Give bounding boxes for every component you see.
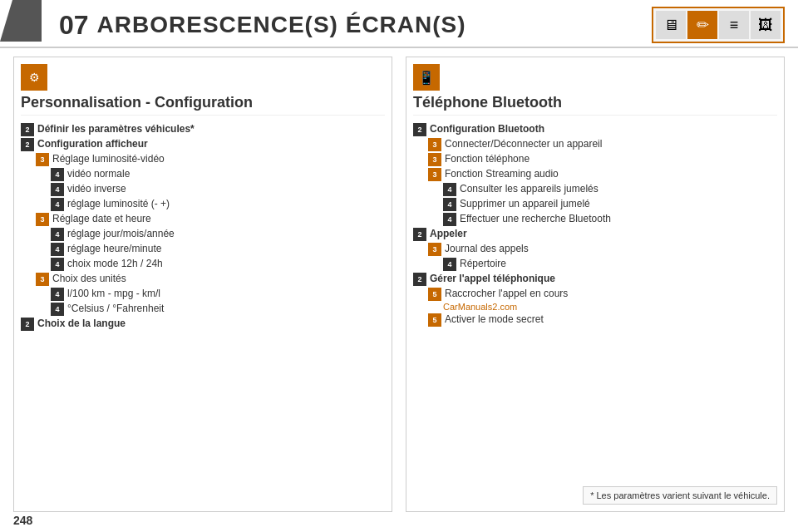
level-badge: 4 bbox=[443, 198, 456, 211]
level-badge: 4 bbox=[51, 183, 64, 196]
list-item: 4 Supprimer un appareil jumelé bbox=[413, 197, 777, 211]
page-header: 07 ARBORESCENCE(S) ÉCRAN(S) 🖥 ✏ ≡ 🖼 bbox=[0, 0, 798, 48]
chapter-number: 07 bbox=[59, 10, 89, 41]
level-badge: 4 bbox=[443, 213, 456, 226]
level-badge: 4 bbox=[51, 228, 64, 241]
config-icon: ⚙ bbox=[21, 64, 47, 91]
item-label: Choix de la langue bbox=[37, 317, 126, 331]
level-badge: 2 bbox=[21, 318, 34, 331]
level-badge: 3 bbox=[428, 153, 441, 166]
corner-decoration bbox=[0, 0, 42, 42]
list-item: 3 Réglage date et heure bbox=[21, 212, 385, 226]
level-badge: 2 bbox=[413, 228, 426, 241]
item-label: Réglage date et heure bbox=[52, 212, 151, 226]
list-item: 3 Fonction téléphone bbox=[413, 152, 777, 166]
item-label: Fonction Streaming audio bbox=[445, 167, 559, 181]
level-badge: 3 bbox=[36, 153, 49, 166]
item-label: réglage heure/minute bbox=[67, 242, 161, 256]
item-label: Définir les paramètres véhicules* bbox=[37, 122, 195, 136]
level-badge: 5 bbox=[428, 313, 441, 327]
list-item: 4 l/100 km - mpg - km/l bbox=[21, 287, 385, 301]
footnote-text: * Les paramètres varient suivant le véhi… bbox=[590, 490, 770, 500]
level-badge: 4 bbox=[443, 258, 456, 271]
item-label: l/100 km - mpg - km/l bbox=[67, 287, 160, 301]
level-badge: 2 bbox=[413, 123, 426, 136]
icon-list: ≡ bbox=[719, 11, 749, 39]
item-label: Consulter les appareils jumelés bbox=[460, 182, 598, 196]
watermark-text: CarManuals2.com bbox=[443, 302, 517, 312]
level-badge: 3 bbox=[428, 138, 441, 151]
list-item: 3 Connecter/Déconnecter un appareil bbox=[413, 137, 777, 151]
level-badge: 4 bbox=[443, 183, 456, 196]
item-label: Choix des unités bbox=[52, 272, 126, 286]
item-label: vidéo inverse bbox=[67, 182, 126, 196]
level-badge: 4 bbox=[51, 168, 64, 181]
item-label: Activer le mode secret bbox=[445, 313, 544, 327]
item-label: Fonction téléphone bbox=[445, 152, 530, 166]
level-badge: 3 bbox=[36, 213, 49, 226]
list-item: 2 Configuration Bluetooth bbox=[413, 122, 777, 136]
level-badge: 3 bbox=[36, 273, 49, 286]
item-label: Effectuer une recherche Bluetooth bbox=[460, 212, 611, 226]
item-label: Journal des appels bbox=[445, 242, 529, 256]
item-label: Réglage luminosité-vidéo bbox=[52, 152, 165, 166]
list-item: 2 Définir les paramètres véhicules* bbox=[21, 122, 385, 136]
item-label: Répertoire bbox=[460, 257, 506, 271]
list-item: 4 choix mode 12h / 24h bbox=[21, 257, 385, 271]
list-item: 3 Journal des appels bbox=[413, 242, 777, 256]
list-item: 3 Choix des unités bbox=[21, 272, 385, 286]
item-label: Configuration afficheur bbox=[37, 137, 148, 151]
right-panel: 📱 Téléphone Bluetooth 2 Configuration Bl… bbox=[406, 57, 785, 512]
header-left: 07 ARBORESCENCE(S) ÉCRAN(S) bbox=[13, 10, 466, 41]
list-item: 4 Consulter les appareils jumelés bbox=[413, 182, 777, 196]
list-item: 3 Fonction Streaming audio bbox=[413, 167, 777, 181]
list-item: 3 Réglage luminosité-vidéo bbox=[21, 152, 385, 166]
page-number: 248 bbox=[13, 514, 32, 527]
level-badge: 2 bbox=[21, 123, 34, 136]
list-item: 2 Appeler bbox=[413, 227, 777, 241]
item-label: réglage luminosité (- +) bbox=[67, 197, 170, 211]
list-item: 4 Effectuer une recherche Bluetooth bbox=[413, 212, 777, 226]
list-item: 2 Gérer l'appel téléphonique bbox=[413, 272, 777, 286]
item-label: Configuration Bluetooth bbox=[430, 122, 544, 136]
list-item: 2 Choix de la langue bbox=[21, 317, 385, 331]
list-item: 4 °Celsius / °Fahrenheit bbox=[21, 302, 385, 316]
item-label: choix mode 12h / 24h bbox=[67, 257, 163, 271]
list-item: 4 vidéo inverse bbox=[21, 182, 385, 196]
page-title: ARBORESCENCE(S) ÉCRAN(S) bbox=[97, 12, 466, 38]
level-badge: 4 bbox=[51, 243, 64, 256]
level-badge: 3 bbox=[428, 168, 441, 181]
item-label: vidéo normale bbox=[67, 167, 130, 181]
level-badge: 4 bbox=[51, 258, 64, 271]
list-item: 4 Répertoire bbox=[413, 257, 777, 271]
level-badge: 4 bbox=[51, 288, 64, 301]
item-label: Supprimer un appareil jumelé bbox=[460, 197, 590, 211]
level-badge: 2 bbox=[21, 138, 34, 151]
footnote-box: * Les paramètres varient suivant le véhi… bbox=[583, 486, 777, 505]
level-badge: 3 bbox=[428, 243, 441, 256]
left-panel: ⚙ Personnalisation - Configuration 2 Déf… bbox=[13, 57, 392, 512]
list-item: 2 Configuration afficheur bbox=[21, 137, 385, 151]
level-badge: 5 bbox=[428, 288, 441, 301]
item-label: réglage jour/mois/année bbox=[67, 227, 175, 241]
item-label: Connecter/Déconnecter un appareil bbox=[445, 137, 602, 151]
left-panel-title: Personnalisation - Configuration bbox=[21, 94, 385, 116]
right-panel-title: Téléphone Bluetooth bbox=[413, 94, 777, 116]
level-badge: 4 bbox=[51, 303, 64, 316]
list-item: 4 vidéo normale bbox=[21, 167, 385, 181]
list-item: 4 réglage jour/mois/année bbox=[21, 227, 385, 241]
item-label: Gérer l'appel téléphonique bbox=[430, 272, 555, 286]
list-item: 4 réglage luminosité (- +) bbox=[21, 197, 385, 211]
icon-edit: ✏ bbox=[687, 11, 717, 39]
item-label: Appeler bbox=[430, 227, 467, 241]
header-icons-group: 🖥 ✏ ≡ 🖼 bbox=[652, 7, 785, 43]
level-badge: 4 bbox=[51, 198, 64, 211]
level-badge: 2 bbox=[413, 273, 426, 286]
list-item: 5 Activer le mode secret bbox=[413, 313, 777, 327]
icon-screen: 🖥 bbox=[656, 11, 686, 39]
item-label: Raccrocher l'appel en cours bbox=[445, 287, 568, 301]
icon-image: 🖼 bbox=[751, 11, 781, 39]
list-item: 4 réglage heure/minute bbox=[21, 242, 385, 256]
bluetooth-icon: 📱 bbox=[413, 64, 440, 91]
main-content: ⚙ Personnalisation - Configuration 2 Déf… bbox=[0, 48, 798, 520]
